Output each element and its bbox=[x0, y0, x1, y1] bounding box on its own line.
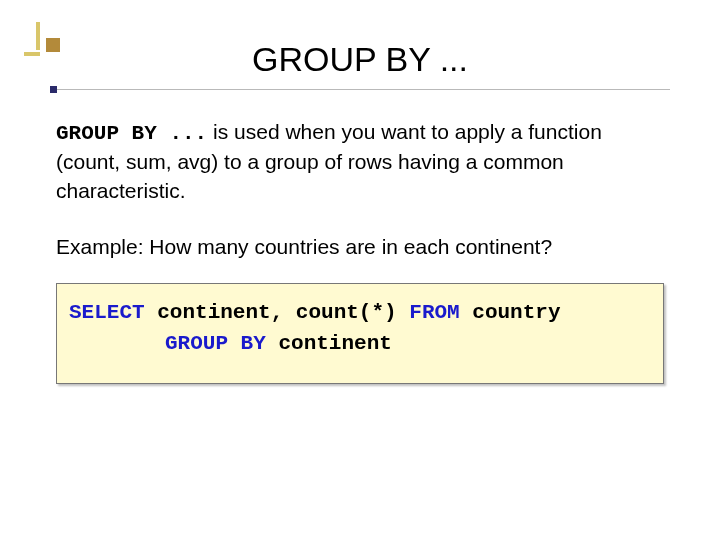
keyword-groupby: GROUP BY bbox=[165, 332, 266, 355]
code-line-2: GROUP BY continent bbox=[69, 329, 651, 359]
keyword-select: SELECT bbox=[69, 301, 145, 324]
code-columns: continent, count(*) bbox=[145, 301, 410, 324]
code-groupby-column: continent bbox=[266, 332, 392, 355]
code-line-1: SELECT continent, count(*) FROM country bbox=[69, 298, 651, 328]
inline-code-groupby: GROUP BY ... bbox=[56, 122, 207, 145]
code-table: country bbox=[460, 301, 561, 324]
paragraph-description: GROUP BY ... is used when you want to ap… bbox=[56, 118, 664, 205]
title-underline bbox=[50, 89, 670, 90]
paragraph-example: Example: How many countries are in each … bbox=[56, 233, 664, 261]
slide-title: GROUP BY ... bbox=[0, 0, 720, 79]
sql-code-box: SELECT continent, count(*) FROM country … bbox=[56, 283, 664, 384]
slide-corner-decoration bbox=[18, 22, 62, 70]
slide-body: GROUP BY ... is used when you want to ap… bbox=[0, 90, 720, 384]
keyword-from: FROM bbox=[409, 301, 459, 324]
